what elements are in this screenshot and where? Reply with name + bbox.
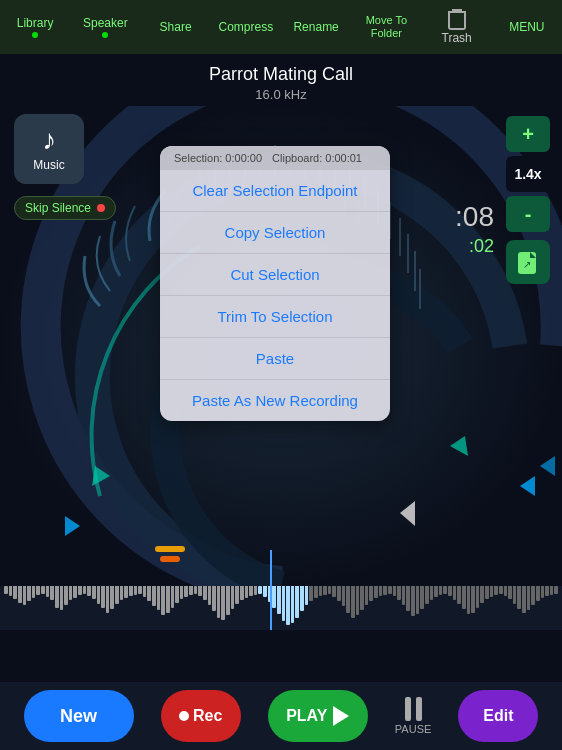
wave-bar [494,585,498,595]
wave-bar [443,586,447,594]
menu-selection: Selection: 0:00:00 [174,152,262,164]
nav-library[interactable]: Library [0,0,70,54]
menu-trim-to-selection[interactable]: Trim To Selection [160,296,390,338]
wave-bar [388,586,392,594]
speaker-dot [102,32,108,38]
nav-move-to-folder[interactable]: Move To Folder [351,0,421,54]
wave-bar [138,586,142,594]
wave-bar [550,585,554,595]
song-frequency: 16.0 kHz [0,87,562,102]
svg-rect-4 [160,556,180,562]
time-display-1: :08 [455,201,494,233]
move-to-folder-label: Move To Folder [351,14,421,40]
menu-paste[interactable]: Paste [160,338,390,380]
compress-label: Compress [219,20,274,34]
context-menu: Selection: 0:00:00 Clipboard: 0:00:01 Cl… [160,146,390,421]
file-icon: ↗ [514,248,542,276]
speed-display: 1.4x [506,156,550,192]
nav-menu[interactable]: MENU [492,0,562,54]
music-icon-box[interactable]: ♪ Music [14,114,84,184]
new-button[interactable]: New [24,690,134,742]
play-button[interactable]: PLAY [268,690,368,742]
pause-label: PAUSE [395,723,431,735]
trash-icon [448,9,466,29]
svg-text:↗: ↗ [523,259,531,270]
rename-label: Rename [293,20,338,34]
bottom-bar: New Rec PLAY PAUSE Edit [0,682,562,750]
share-label: Share [160,20,192,34]
nav-trash[interactable]: Trash [422,0,492,54]
nav-compress[interactable]: Compress [211,0,281,54]
wave-bar [439,585,443,595]
menu-label: MENU [509,20,544,34]
skip-silence-dot [97,204,105,212]
pause-button[interactable]: PAUSE [395,697,431,735]
song-title: Parrot Mating Call [0,64,562,85]
wave-bar [323,585,327,595]
wave-bar [254,585,258,595]
wave-bar [189,585,193,595]
skip-silence-label: Skip Silence [25,201,91,215]
wave-bar [36,585,40,595]
zoom-out-button[interactable]: - [506,196,550,232]
wave-bar [41,586,45,594]
music-label: Music [33,158,64,172]
file-button[interactable]: ↗ [506,240,550,284]
library-label: Library [17,16,54,30]
menu-header: Selection: 0:00:00 Clipboard: 0:00:01 [160,146,390,170]
music-note-icon: ♪ [42,126,56,154]
menu-clipboard: Clipboard: 0:00:01 [272,152,362,164]
nav-share[interactable]: Share [141,0,211,54]
right-controls: + 1.4x - ↗ [506,116,550,284]
menu-copy-selection[interactable]: Copy Selection [160,212,390,254]
menu-clear-selection-endpoint[interactable]: Clear Selection Endpoint [160,170,390,212]
main-area: ♪ Music Skip Silence + 1.4x - ↗ :08 :02 [0,106,562,586]
trash-label: Trash [442,31,472,45]
edit-button[interactable]: Edit [458,690,538,742]
wave-bar [328,586,332,594]
wave-bar [554,586,558,594]
menu-paste-as-new-recording[interactable]: Paste As New Recording [160,380,390,421]
speaker-label: Speaker [83,16,128,30]
svg-rect-3 [155,546,185,552]
wave-bar [194,586,198,594]
title-area: Parrot Mating Call 16.0 kHz [0,54,562,106]
nav-rename[interactable]: Rename [281,0,351,54]
time-display-2: :02 [469,236,494,257]
playhead [270,550,272,630]
wave-bar [78,585,82,595]
wave-bar [134,585,138,595]
rec-dot [179,711,189,721]
wave-bar [383,585,387,595]
rec-button[interactable]: Rec [161,690,241,742]
top-navigation: Library Speaker Share Compress Rename Mo… [0,0,562,54]
wave-bar [83,586,87,594]
wave-bar [499,586,503,594]
pause-bars-icon [405,697,422,721]
wave-bar [258,586,262,594]
wave-bar [4,586,8,594]
play-triangle-icon [333,706,349,726]
menu-cut-selection[interactable]: Cut Selection [160,254,390,296]
skip-silence-button[interactable]: Skip Silence [14,196,116,220]
library-dot [32,32,38,38]
nav-speaker[interactable]: Speaker [70,0,140,54]
zoom-in-button[interactable]: + [506,116,550,152]
